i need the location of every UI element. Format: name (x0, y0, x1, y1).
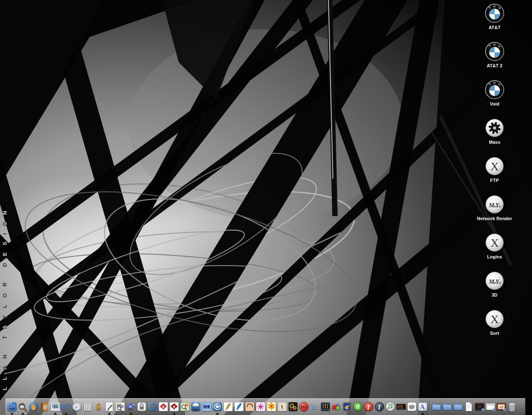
desktop-icon-sort[interactable]: XSort (470, 309, 520, 347)
dock-item-folder-1[interactable] (431, 399, 442, 415)
desktop-icon-network-render[interactable]: MaYaNetwork Render (470, 194, 520, 233)
textedit-icon (104, 401, 115, 412)
dock-item-image-capture[interactable] (126, 399, 136, 415)
desktop-icon-ftp[interactable]: XFTP (470, 156, 520, 194)
desktop-icon-label: Mass (489, 140, 500, 145)
appleworks-icon: A (417, 401, 428, 412)
illustrator-icon (244, 401, 255, 412)
indesign-icon (201, 401, 212, 412)
dock-item-orange-flower-app[interactable] (266, 399, 277, 415)
desktop-icon-atandt[interactable]: B​MWAT&T (470, 3, 520, 42)
dock-item-acrobat-reader[interactable] (169, 399, 180, 415)
desktop-icon-label: AT&T 2 (487, 63, 502, 68)
orange-flower-app-icon (266, 401, 277, 412)
dock-item-gears-app[interactable] (288, 399, 298, 415)
dock-item-document[interactable] (463, 399, 474, 415)
dock-item-address-book[interactable]: @ (39, 399, 50, 415)
dock-item-finder[interactable] (7, 399, 17, 415)
folder-3-icon (453, 401, 463, 412)
dock-item-lcd-meter-app[interactable]: WARP9V7:36 (396, 399, 406, 415)
flash-player-icon: f (374, 401, 385, 412)
dock-item-appleworks[interactable]: A (417, 399, 428, 415)
dock-item-director[interactable]: d (352, 399, 363, 415)
dock-item-calculator[interactable] (82, 399, 93, 415)
wallpaper (0, 0, 532, 415)
picture-viewer-icon (50, 401, 61, 412)
dock-item-toast[interactable] (28, 399, 39, 415)
dock-item-keychain-access[interactable] (136, 399, 147, 415)
dock-apps: @e$1.3.2Maf3dffWARP9V7:36A (7, 398, 428, 415)
document-icon (463, 401, 474, 412)
x-logo-icon: X (485, 233, 505, 253)
folder-1-icon (431, 401, 442, 412)
dock-item-3d-shapes-app[interactable] (331, 399, 342, 415)
dock-item-quicktime-player[interactable] (147, 399, 158, 415)
dock-item-quicken[interactable]: $ (93, 399, 104, 415)
dock-separator (429, 399, 430, 415)
imageready-icon (234, 401, 244, 412)
dock-item-safari[interactable] (71, 399, 82, 415)
dock-item-picture-viewer[interactable] (50, 399, 61, 415)
dock-item-indesign[interactable] (201, 399, 212, 415)
desktop-icon-mass[interactable]: Mass (470, 118, 520, 156)
dock-item-sherlock[interactable] (17, 399, 28, 415)
minimized-window-dark-icon (474, 401, 485, 412)
dock-item-trash[interactable] (507, 399, 517, 415)
desktop-icon-void[interactable]: B​MWVoid (470, 80, 520, 118)
dock: @e$1.3.2Maf3dffWARP9V7:36A (5, 398, 525, 415)
svg-text:Ma: Ma (300, 405, 307, 409)
dock-item-fcheck[interactable]: f3 (309, 399, 320, 415)
x-logo-icon: X (485, 156, 505, 176)
dock-item-textedit[interactable] (104, 399, 115, 415)
dock-item-water-lily-app[interactable]: 1.3.2 (190, 399, 201, 415)
itunes-icon (385, 401, 396, 412)
dock-item-apple-profiler[interactable] (406, 399, 417, 415)
water-lily-app-icon: 1.3.2 (190, 401, 201, 412)
dock-item-flash[interactable]: f (363, 399, 374, 415)
dock-item-minimized-window-dark[interactable] (474, 399, 485, 415)
dock-item-media-player[interactable] (212, 399, 223, 415)
bmw-logo-icon: B​MW (485, 80, 505, 100)
dock-item-internet-explorer[interactable]: e (61, 399, 71, 415)
dock-item-maya[interactable]: Ma (298, 399, 309, 415)
dock-item-acrobat[interactable] (158, 399, 169, 415)
dock-item-flash-player[interactable]: f (374, 399, 385, 415)
dock-item-folder-2[interactable] (442, 399, 453, 415)
dock-item-lamp-app[interactable] (342, 399, 352, 415)
desktop-icon-label: Logins (487, 254, 502, 259)
dock-item-pink-flower-app[interactable] (255, 399, 266, 415)
desktop-icon-logins[interactable]: XLogins (470, 233, 520, 271)
dock-item-canvas-app[interactable] (277, 399, 288, 415)
desktop-icon-atandt-2[interactable]: B​MWAT&T 2 (470, 42, 520, 80)
minimized-window-brown-icon (496, 401, 507, 412)
running-indicator (21, 413, 25, 415)
svg-text:V7:36: V7:36 (397, 407, 403, 409)
dock-item-minimized-window-brown[interactable] (496, 399, 507, 415)
running-indicator (64, 413, 68, 415)
artist-signature: ALLAN TAYLOR DESIGN (2, 98, 8, 401)
dock-item-film-clapper-app[interactable] (320, 399, 331, 415)
bmw-logo-icon: B​MW (485, 42, 505, 61)
3d-shapes-app-icon (331, 401, 342, 412)
acrobat-reader-icon (169, 401, 180, 412)
dock-item-minimized-window-light[interactable] (485, 399, 496, 415)
running-indicator (129, 413, 133, 415)
trash-icon (507, 401, 517, 412)
dock-item-imageready[interactable] (234, 399, 244, 415)
minimized-window-light-icon (485, 401, 496, 412)
dock-item-illustrator[interactable] (244, 399, 255, 415)
dock-item-folder-3[interactable] (453, 399, 463, 415)
desktop-icon-label: Sort (490, 331, 499, 336)
dock-item-preview[interactable] (115, 399, 126, 415)
svg-text:X: X (490, 236, 499, 249)
desktop-icon-3d[interactable]: MaYa3D (470, 271, 520, 309)
running-indicator (108, 413, 111, 415)
dock-item-graphic-converter[interactable] (180, 399, 190, 415)
lamp-app-icon (342, 401, 352, 412)
dock-item-photoshop[interactable] (223, 399, 234, 415)
maya-logo-icon: MaYa (485, 271, 505, 291)
bmw-logo-icon: B​MW (485, 3, 505, 23)
dock-item-itunes[interactable] (385, 399, 396, 415)
sherlock-icon (17, 401, 28, 412)
desktop-icon-label: Void (490, 101, 499, 106)
